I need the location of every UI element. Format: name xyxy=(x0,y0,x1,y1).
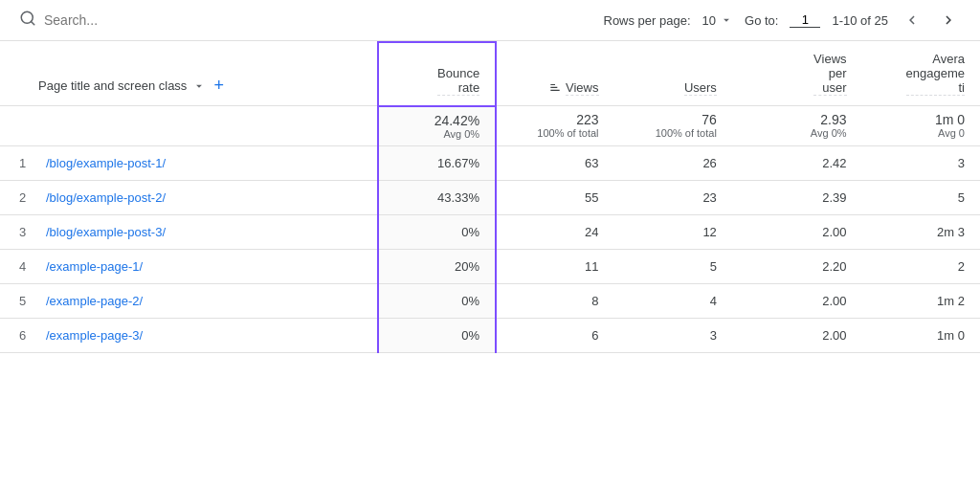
row-avg: 2 xyxy=(862,250,980,284)
sort-desc-icon xyxy=(548,81,562,95)
summary-users: 76 100% of total xyxy=(614,106,732,146)
pagination-area: Rows per page: 10 Go to: 1-10 of 25 xyxy=(604,10,962,31)
col-vpu-label: Viewsperuser xyxy=(813,52,846,96)
summary-avg-sub: Avg 0 xyxy=(878,127,965,139)
row-page-link[interactable]: /blog/example-post-3/ xyxy=(46,225,166,239)
prev-page-button[interactable] xyxy=(900,10,924,31)
summary-bounce-rate-main: 24.42% xyxy=(394,113,479,128)
row-bounce-rate: 0% xyxy=(378,319,496,353)
row-num: 6 xyxy=(19,328,34,343)
page-range: 1-10 of 25 xyxy=(832,13,888,28)
go-to-label: Go to: xyxy=(745,13,778,28)
summary-avg: 1m 0 Avg 0 xyxy=(862,106,980,146)
row-page-link[interactable]: /example-page-3/ xyxy=(46,328,143,343)
summary-users-sub: 100% of total xyxy=(630,127,717,139)
summary-views: 223 100% of total xyxy=(496,106,613,146)
col-header-views-per-user: Viewsperuser xyxy=(732,42,862,106)
search-area xyxy=(19,10,589,31)
row-dim: 3 /blog/example-post-3/ xyxy=(0,215,377,250)
row-num: 3 xyxy=(19,225,34,239)
row-bounce-rate: 43.33% xyxy=(378,181,496,215)
row-avg: 1m 2 xyxy=(862,284,980,319)
row-views: 8 xyxy=(496,284,613,319)
table-row: 2 /blog/example-post-2/ 43.33% 55 23 2.3… xyxy=(0,181,980,215)
col-header-users: Users xyxy=(614,42,732,106)
row-avg: 2m 3 xyxy=(862,215,980,250)
row-num: 1 xyxy=(19,156,34,170)
summary-vpu-main: 2.93 xyxy=(747,112,847,127)
table-row: 6 /example-page-3/ 0% 6 3 2.00 1m 0 xyxy=(0,319,980,353)
table-header-row: Page title and screen class + Bouncerate… xyxy=(0,42,980,106)
row-vpu: 2.39 xyxy=(732,181,862,215)
table-row: 5 /example-page-2/ 0% 8 4 2.00 1m 2 xyxy=(0,284,980,319)
row-views: 11 xyxy=(496,250,613,284)
row-views: 55 xyxy=(496,181,613,215)
data-table: Page title and screen class + Bouncerate… xyxy=(0,41,980,353)
row-page-link[interactable]: /blog/example-post-1/ xyxy=(46,156,166,170)
row-bounce-rate: 0% xyxy=(378,284,496,319)
row-bounce-rate: 20% xyxy=(378,250,496,284)
row-views: 63 xyxy=(496,145,613,181)
row-vpu: 2.20 xyxy=(732,250,862,284)
row-num: 2 xyxy=(19,190,34,205)
next-page-button[interactable] xyxy=(936,10,961,31)
row-avg: 3 xyxy=(862,145,980,181)
row-page-link[interactable]: /example-page-1/ xyxy=(46,259,143,274)
col-header-views: Views xyxy=(496,42,613,106)
search-input[interactable] xyxy=(44,12,159,28)
top-bar: Rows per page: 10 Go to: 1-10 of 25 xyxy=(0,0,980,41)
row-bounce-rate: 0% xyxy=(378,215,496,250)
svg-line-1 xyxy=(31,21,33,24)
summary-row: 24.42% Avg 0% 223 100% of total 76 100% … xyxy=(0,106,980,146)
summary-bounce-rate-sub: Avg 0% xyxy=(394,128,479,140)
row-dim: 2 /blog/example-post-2/ xyxy=(0,181,377,215)
add-dimension-button[interactable]: + xyxy=(212,76,226,96)
row-page-link[interactable]: /example-page-2/ xyxy=(46,294,143,308)
table-row: 3 /blog/example-post-3/ 0% 24 12 2.00 2m… xyxy=(0,215,980,250)
row-users: 3 xyxy=(614,319,732,353)
row-dim: 1 /blog/example-post-1/ xyxy=(0,146,377,181)
table-row: 1 /blog/example-post-1/ 16.67% 63 26 2.4… xyxy=(0,145,980,181)
table-wrap: Page title and screen class + Bouncerate… xyxy=(0,41,980,489)
row-num: 5 xyxy=(19,294,34,308)
row-page-link[interactable]: /blog/example-post-2/ xyxy=(46,190,166,205)
main-container: Rows per page: 10 Go to: 1-10 of 25 xyxy=(0,0,980,489)
row-avg: 1m 0 xyxy=(862,319,980,353)
row-dim: 6 /example-page-3/ xyxy=(0,319,377,353)
summary-views-main: 223 xyxy=(512,112,598,127)
summary-vpu-sub: Avg 0% xyxy=(747,127,847,139)
rows-dropdown-icon xyxy=(720,13,733,27)
summary-users-main: 76 xyxy=(630,112,717,127)
rows-per-page-value: 10 xyxy=(702,13,716,28)
go-to-input[interactable] xyxy=(790,12,820,28)
rows-per-page-label: Rows per page: xyxy=(604,13,691,28)
row-vpu: 2.00 xyxy=(732,284,862,319)
search-icon xyxy=(19,10,36,31)
row-dim: 4 /example-page-1/ xyxy=(0,250,377,284)
row-vpu: 2.00 xyxy=(732,319,862,353)
row-views: 6 xyxy=(496,319,613,353)
col-dim-dropdown-icon[interactable] xyxy=(192,79,206,93)
row-users: 5 xyxy=(614,250,732,284)
summary-dim xyxy=(0,106,378,146)
col-bounce-rate-label: Bouncerate xyxy=(437,66,479,96)
col-header-bounce-rate: Bouncerate xyxy=(378,42,496,106)
summary-bounce-rate: 24.42% Avg 0% xyxy=(378,106,496,146)
row-num: 4 xyxy=(19,259,34,274)
row-users: 23 xyxy=(614,181,732,215)
chevron-left-icon xyxy=(903,11,921,29)
row-views: 24 xyxy=(496,215,613,250)
col-views-label: Views xyxy=(566,80,598,96)
table-row: 4 /example-page-1/ 20% 11 5 2.20 2 xyxy=(0,250,980,284)
col-header-dim: Page title and screen class + xyxy=(0,42,378,106)
chevron-right-icon xyxy=(940,11,957,29)
summary-views-sub: 100% of total xyxy=(512,127,598,139)
rows-per-page-select[interactable]: 10 xyxy=(702,13,733,28)
col-avg-label: Averaengagemeti xyxy=(906,52,965,96)
row-dim: 5 /example-page-2/ xyxy=(0,284,377,319)
row-bounce-rate: 16.67% xyxy=(378,145,496,181)
row-users: 26 xyxy=(614,145,732,181)
row-users: 4 xyxy=(614,284,732,319)
row-users: 12 xyxy=(614,215,732,250)
row-vpu: 2.42 xyxy=(732,145,862,181)
